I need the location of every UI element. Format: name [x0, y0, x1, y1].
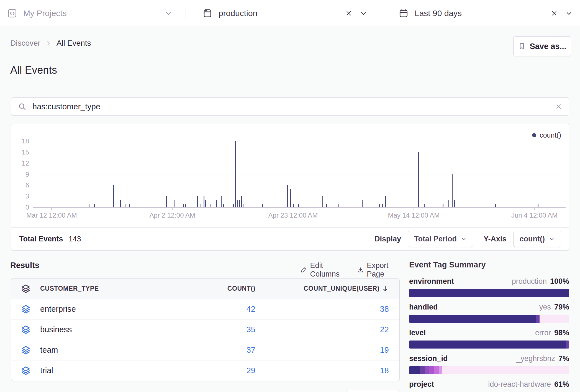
date-range-chevron-down-icon[interactable] [565, 9, 573, 17]
chart-bar[interactable] [443, 204, 443, 207]
tag-distribution-bar[interactable] [409, 366, 569, 374]
stack-icon[interactable] [11, 305, 40, 314]
chart-bar[interactable] [298, 204, 299, 207]
tag-bar-segment[interactable] [409, 315, 536, 323]
column-header-count[interactable]: COUNT() [172, 285, 255, 292]
chart-bar[interactable] [293, 204, 294, 207]
events-chart-plot[interactable] [34, 141, 565, 207]
cell-count-link[interactable]: 37 [247, 345, 255, 354]
chart-bar[interactable] [120, 200, 121, 207]
results-table-body: enterprise4238business3522team3719trial2… [11, 299, 399, 381]
tag-name: environment [409, 277, 454, 286]
cell-count-unique-link[interactable]: 19 [380, 345, 389, 355]
chart-bar[interactable] [538, 204, 538, 207]
column-header-customer-type[interactable]: CUSTOMER_TYPE [40, 285, 172, 292]
breadcrumb: Discover All Events [10, 39, 91, 48]
chart-bar[interactable] [221, 196, 222, 207]
environment-chevron-down-icon[interactable] [360, 9, 367, 17]
environment-selector[interactable]: production [186, 0, 382, 27]
cell-count-unique-link[interactable]: 18 [380, 366, 389, 375]
chart-bar[interactable] [113, 185, 114, 207]
table-actions: Edit Columns Export Page [301, 261, 400, 278]
chart-bar[interactable] [201, 204, 201, 207]
chart-bar[interactable] [204, 196, 204, 207]
search-input[interactable] [32, 102, 555, 112]
chart-bar[interactable] [233, 204, 234, 207]
tag-bar-segment[interactable] [429, 366, 434, 374]
tag-bar-segment[interactable] [439, 366, 442, 374]
chart-bar[interactable] [235, 141, 236, 207]
stack-icon[interactable] [11, 346, 40, 355]
tag-bar-segment[interactable] [420, 366, 425, 374]
tag-bar-segment[interactable] [536, 315, 540, 323]
chart-legend-count[interactable]: count() [532, 131, 561, 139]
tag-bar-segment[interactable] [409, 341, 566, 349]
chart-bar[interactable] [338, 204, 339, 207]
chart-bar[interactable] [385, 196, 386, 207]
chart-bar[interactable] [424, 204, 425, 207]
cell-count-link[interactable]: 42 [247, 305, 255, 313]
tag-distribution-bar[interactable] [409, 289, 569, 297]
stack-icon[interactable] [11, 366, 40, 375]
cell-count-unique-link[interactable]: 22 [380, 325, 389, 334]
tag-distribution-bar[interactable] [409, 341, 569, 349]
project-selector[interactable]: My Projects [0, 0, 186, 27]
chart-bar[interactable] [237, 200, 238, 207]
chart-bar[interactable] [379, 204, 380, 207]
chart-bar[interactable] [216, 200, 217, 207]
tag-bar-segment[interactable] [425, 366, 429, 374]
chart-bar[interactable] [290, 189, 291, 207]
search-clear-icon[interactable] [555, 103, 562, 110]
chart-bar[interactable] [205, 200, 206, 207]
chart-bar[interactable] [166, 196, 167, 207]
chart-bar[interactable] [129, 204, 130, 207]
chart-bar[interactable] [125, 204, 125, 207]
export-page-button[interactable]: Export Page [357, 261, 400, 278]
chart-bar[interactable] [94, 204, 95, 207]
chart-bar[interactable] [448, 200, 449, 207]
display-dropdown[interactable]: Total Period [408, 231, 473, 247]
chart-bar[interactable] [185, 204, 186, 207]
chart-bar[interactable] [223, 204, 224, 207]
chart-bar[interactable] [454, 200, 455, 207]
chart-bar[interactable] [243, 204, 243, 207]
column-header-count-unique[interactable]: COUNT_UNIQUE(USER) [255, 285, 399, 292]
pagination-previous-button[interactable] [347, 390, 373, 392]
cell-count-unique-link[interactable]: 38 [380, 305, 389, 314]
y-axis-tick-label: 6 [16, 181, 29, 189]
date-range-clear-icon[interactable] [551, 10, 558, 17]
chart-bar[interactable] [322, 196, 323, 207]
cell-count-link[interactable]: 29 [247, 366, 255, 375]
tag-bar-segment[interactable] [566, 341, 569, 349]
chart-bar[interactable] [197, 196, 198, 207]
pagination-next-button[interactable] [373, 390, 399, 392]
chart-bar[interactable] [183, 204, 184, 207]
tag-bar-segment[interactable] [409, 366, 420, 374]
chart-bar[interactable] [326, 204, 327, 207]
table-row: team3719 [11, 340, 399, 360]
chart-bar[interactable] [362, 200, 363, 207]
tag-bar-segment[interactable] [434, 366, 439, 374]
tag-bar-segment[interactable] [409, 289, 569, 297]
project-chevron-down-icon[interactable] [165, 9, 172, 17]
y-axis-dropdown[interactable]: count() [513, 231, 561, 247]
chart-bar[interactable] [239, 200, 240, 207]
chart-bar[interactable] [89, 204, 89, 207]
chart-bar[interactable] [262, 204, 263, 207]
chart-bar[interactable] [287, 185, 288, 207]
environment-clear-icon[interactable] [345, 10, 352, 17]
cell-count-link[interactable]: 35 [247, 325, 255, 334]
date-range-selector[interactable]: Last 90 days [382, 0, 580, 27]
chart-bar[interactable] [418, 152, 419, 207]
tag-distribution-bar[interactable] [409, 315, 569, 323]
chart-bar[interactable] [382, 204, 383, 207]
chart-bar[interactable] [241, 196, 242, 207]
chart-bar[interactable] [452, 174, 453, 208]
save-as-button[interactable]: Save as... [513, 36, 571, 56]
edit-columns-button[interactable]: Edit Columns [301, 261, 346, 278]
stack-icon[interactable] [11, 325, 40, 334]
chart-bar[interactable] [211, 204, 211, 207]
chart-bar[interactable] [174, 200, 174, 207]
breadcrumb-discover-link[interactable]: Discover [10, 39, 40, 48]
chart-bar[interactable] [495, 204, 496, 207]
